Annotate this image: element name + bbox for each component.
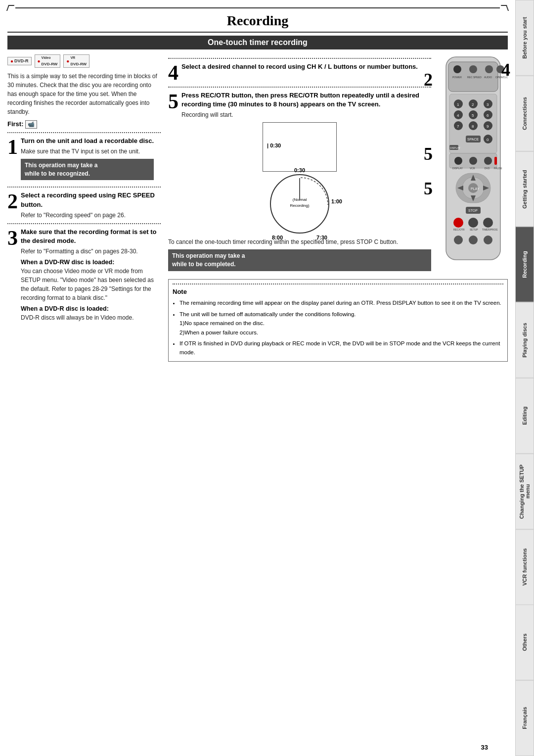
clock-diagram: | 0:30 (Normal Recording) 0:3 <box>248 122 352 234</box>
step3-dvdr-section: When a DVD-R disc is loaded: DVD-R discs… <box>21 305 161 322</box>
svg-text:TIMER/PROG: TIMER/PROG <box>482 228 498 231</box>
svg-point-61 <box>469 236 478 244</box>
sidebar-tab-setup[interactable]: Changing the SETUP menu <box>515 454 534 529</box>
svg-text:DISPLAY: DISPLAY <box>452 167 463 170</box>
page-number: 33 <box>481 744 488 751</box>
step1-warning: This operation may take awhile to be rec… <box>21 159 154 181</box>
cancel-text: To cancel the one-touch timer recording … <box>168 237 431 246</box>
svg-text:REC SPEED: REC SPEED <box>467 76 482 79</box>
remote-label-5a: 5 <box>424 143 433 164</box>
svg-text:DVD: DVD <box>485 167 490 170</box>
step5-text: Recording will start. <box>181 110 431 119</box>
step3-dvdrw-heading: When a DVD-RW disc is loaded: <box>21 259 161 266</box>
svg-point-36 <box>454 157 462 165</box>
vr-dvdrw-logo: ● VRDVD-RW <box>63 54 89 68</box>
sidebar-tab-vcr[interactable]: VCR functions <box>515 529 534 605</box>
step3-separator <box>7 223 161 224</box>
step3: 3 Make sure that the recording format is… <box>7 228 161 322</box>
main-content: Recording One-touch timer recording ● DV… <box>0 0 515 756</box>
first-section: First: 📹 <box>7 120 161 129</box>
svg-text:6: 6 <box>487 113 489 118</box>
step4: 4 Select a desired channel to record usi… <box>168 62 431 83</box>
step5-number: 5 <box>168 91 178 119</box>
svg-text:SETUP: SETUP <box>470 228 478 231</box>
step1-separator <box>7 132 161 133</box>
step2: 2 Select a recording speed using REC SPE… <box>7 191 161 219</box>
step3-heading: Make sure that the recording format is s… <box>21 228 161 245</box>
right-column: 4 Select a desired channel to record usi… <box>168 54 508 362</box>
left-column: ● DVD-R ● VideoDVD-RW ● VRDVD-RW This is… <box>7 54 161 362</box>
step5-heading: Press REC/OTR button, then press REC/OTR… <box>181 91 431 109</box>
svg-text:VCR: VCR <box>470 167 475 170</box>
step3-dvdr-heading: When a DVD-R disc is loaded: <box>21 305 161 312</box>
sidebar-tab-francais[interactable]: Français <box>515 680 534 756</box>
step1-heading: Turn on the unit and load a recordable d… <box>21 137 154 145</box>
sidebar-tab-editing[interactable]: Editing <box>515 378 534 454</box>
note-bullet-3: If OTR is finished in DVD during playbac… <box>179 339 503 357</box>
svg-text:PLAY: PLAY <box>471 187 480 190</box>
step2-separator <box>7 187 161 188</box>
sidebar-tab-recording[interactable]: Recording <box>515 227 534 302</box>
warning-box2: This operation may take awhile to be com… <box>168 249 431 271</box>
svg-point-2 <box>453 65 461 73</box>
step3-dvdrw-text: You can choose Video mode or VR mode fro… <box>21 267 161 302</box>
svg-text:SPACE: SPACE <box>467 138 479 141</box>
dvd-r-logo: ● DVD-R <box>7 57 32 65</box>
step4-number: 4 <box>168 62 178 83</box>
remote-svg: POWER REC SPEED AUDIO OPEN/CLOSE 1 2 3 4… <box>439 54 508 262</box>
svg-point-3 <box>469 65 477 73</box>
step3-number: 3 <box>7 228 18 322</box>
svg-point-58 <box>483 218 493 228</box>
step1: 1 Turn on the unit and load a recordable… <box>7 137 161 184</box>
step3-dvdrw-section: When a DVD-RW disc is loaded: You can ch… <box>21 259 161 302</box>
right-main: 4 Select a desired channel to record usi… <box>168 54 431 274</box>
svg-text:STOP: STOP <box>468 209 478 212</box>
note-bullet-list: The remaining recording time will appear… <box>173 298 503 357</box>
step2-number: 2 <box>7 191 18 219</box>
sidebar-tab-getting-started[interactable]: Getting started <box>515 151 534 227</box>
svg-point-4 <box>485 65 493 73</box>
svg-text:9: 9 <box>487 124 489 129</box>
sidebar-tab-connections[interactable]: Connections <box>515 76 534 151</box>
svg-text:2: 2 <box>472 102 474 107</box>
note-dotted-line <box>173 284 503 284</box>
disc-logos: ● DVD-R ● VideoDVD-RW ● VRDVD-RW <box>7 54 161 68</box>
note-title: Note <box>173 287 503 297</box>
first-icon: 📹 <box>25 120 37 129</box>
section-header: One-touch timer recording <box>7 36 508 49</box>
svg-text:1: 1 <box>457 102 459 107</box>
step2-heading: Select a recording speed using REC SPEED… <box>21 191 161 209</box>
svg-point-60 <box>454 236 463 244</box>
svg-point-40 <box>484 157 492 165</box>
video-dvdrw-logo: ● VideoDVD-RW <box>35 54 61 68</box>
svg-rect-42 <box>494 157 497 165</box>
sidebar-tab-playing[interactable]: Playing discs <box>515 302 534 378</box>
remote-label-4: 4 <box>501 59 510 80</box>
note-bullet-2: The unit will be turned off automaticall… <box>179 310 503 337</box>
remote-label-5b: 5 <box>424 178 433 199</box>
svg-text:0: 0 <box>487 138 489 142</box>
svg-point-38 <box>469 157 477 165</box>
note-box: Note The remaining recording time will a… <box>168 279 508 362</box>
intro-text: This is a simple way to set the recordin… <box>7 72 161 116</box>
svg-text:DISPLAY: DISPLAY <box>450 146 460 149</box>
sidebar-tab-before[interactable]: Before you start <box>515 0 534 76</box>
remote-label-2: 2 <box>424 69 433 90</box>
sidebar-tab-others[interactable]: Others <box>515 605 534 680</box>
step4-separator <box>168 58 431 59</box>
step3-dvdr-text: DVD-R discs will always be in Video mode… <box>21 313 161 322</box>
svg-text:PAUSE: PAUSE <box>494 167 502 170</box>
step5-separator <box>168 87 431 88</box>
svg-text:POWER: POWER <box>452 76 462 79</box>
svg-point-62 <box>484 236 492 244</box>
svg-text:REC/OTR: REC/OTR <box>453 228 465 231</box>
sidebar: Before you start Connections Getting sta… <box>515 0 534 756</box>
step2-text: Refer to "Recording speed" on page 26. <box>21 211 161 220</box>
page-title: Recording <box>7 13 508 29</box>
step3-text: Refer to "Formatting a disc" on pages 28… <box>21 247 161 256</box>
step4-heading: Select a desired channel to record using… <box>181 62 418 71</box>
svg-text:AUDIO: AUDIO <box>484 76 492 79</box>
remote-control-area: 2 4 5 5 <box>439 54 508 274</box>
svg-point-56 <box>468 218 478 228</box>
svg-text:5: 5 <box>472 113 474 118</box>
